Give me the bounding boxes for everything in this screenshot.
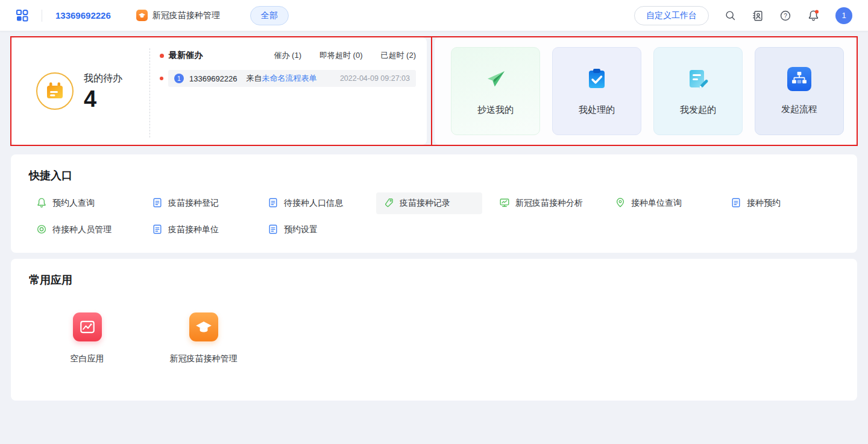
current-app-name: 新冠疫苗接种管理: [153, 10, 220, 21]
target-icon: [36, 224, 47, 236]
customize-workbench-button[interactable]: 自定义工作台: [634, 6, 709, 25]
reminder-source-link[interactable]: 未命名流程表单: [262, 74, 317, 83]
user-avatar[interactable]: 1: [835, 7, 852, 24]
workbench-content: 我的待办 4 最新催办 催办 (1) 即将超时 (0) 已超时 (2): [0, 31, 868, 401]
quick-item-covid-vaccination-analysis[interactable]: 新冠疫苗接种分析: [492, 192, 598, 214]
document-edit-icon: [685, 66, 711, 94]
clipboard-check-icon: [584, 66, 609, 94]
quick-item-vaccination-unit[interactable]: 疫苗接种单位: [145, 219, 251, 241]
app-covid-vaccine-management[interactable]: 新冠疫苗接种管理: [145, 312, 262, 364]
latest-reminders-panel: 最新催办 催办 (1) 即将超时 (0) 已超时 (2) 1 133696922…: [150, 37, 427, 145]
tab-timed-out[interactable]: 已超时 (2): [381, 50, 417, 61]
todo-overview-section: 我的待办 4 最新催办 催办 (1) 即将超时 (0) 已超时 (2): [11, 37, 857, 145]
current-app-chip[interactable]: 新冠疫苗接种管理: [136, 10, 220, 21]
quick-item-vaccination-appointment[interactable]: 接种预约: [723, 192, 829, 214]
count-badge: 1: [174, 74, 184, 83]
quick-entry-grid: 预约人查询 疫苗接种登记 待接种人口信息 疫苗接种记录 新冠疫苗接种分析 接种单: [29, 192, 839, 241]
document-icon: [152, 224, 163, 236]
top-nav: 13369692226 新冠疫苗接种管理 全部 自定义工作台: [0, 0, 868, 31]
quick-item-label: 接种预约: [747, 198, 781, 209]
calendar-todo-icon: [36, 72, 74, 110]
app-logo-icon: [136, 10, 148, 21]
tile-start-process[interactable]: 发起流程: [755, 47, 844, 135]
todo-title: 我的待办: [84, 72, 122, 85]
todo-meta: 我的待办 4: [84, 72, 122, 110]
reminder-name: 13369692226: [189, 74, 237, 83]
document-icon: [268, 224, 278, 236]
tag-icon: [383, 197, 394, 210]
monitor-chart-icon: [499, 197, 510, 210]
quick-item-label: 接种单位查询: [631, 198, 682, 209]
tile-handled-by-me[interactable]: 我处理的: [552, 47, 641, 135]
scope-all-pill[interactable]: 全部: [250, 6, 289, 25]
quick-entry-section: 快捷入口 预约人查询 疫苗接种登记 待接种人口信息 疫苗接种记录 新冠疫苗接种分…: [11, 154, 857, 253]
common-apps-section: 常用应用 空白应用 新冠疫: [11, 259, 857, 401]
quick-item-label: 疫苗接种单位: [168, 224, 219, 235]
nav-right-group: 自定义工作台 ?: [634, 6, 852, 25]
quick-item-label: 疫苗接种登记: [168, 198, 219, 209]
quick-item-to-vaccinate-personnel-management[interactable]: 待接种人员管理: [29, 219, 135, 241]
nav-left-group: 13369692226 新冠疫苗接种管理 全部: [16, 6, 289, 25]
quick-item-label: 待接种人口信息: [284, 198, 343, 209]
reminders-tabs: 催办 (1) 即将超时 (0) 已超时 (2): [274, 50, 417, 61]
task-tiles-card: 抄送我的 我处理的: [435, 37, 857, 145]
common-apps-row: 空白应用 新冠疫苗接种管理: [29, 312, 839, 364]
tile-label: 抄送我的: [477, 104, 514, 116]
bell-icon: [36, 197, 47, 210]
image-app-icon: [73, 312, 102, 341]
workbench-grid-icon[interactable]: [16, 9, 28, 22]
location-pin-icon: [615, 197, 626, 210]
annotation-divider-line: [431, 36, 432, 146]
quick-item-vaccination-registration[interactable]: 疫苗接种登记: [145, 192, 251, 214]
quick-item-vaccination-site-query[interactable]: 接种单位查询: [608, 192, 714, 214]
workspace-id-link[interactable]: 13369692226: [55, 10, 111, 21]
tile-label: 我发起的: [680, 104, 716, 116]
app-blank[interactable]: 空白应用: [29, 312, 145, 364]
red-dot-icon: [160, 77, 163, 80]
quick-item-appointment-settings[interactable]: 预约设置: [260, 219, 366, 241]
my-todo-card: 我的待办 4 最新催办 催办 (1) 即将超时 (0) 已超时 (2): [11, 37, 427, 145]
tile-label: 我处理的: [579, 104, 615, 116]
app-label: 空白应用: [71, 354, 104, 364]
tile-cc-to-me[interactable]: 抄送我的: [451, 47, 540, 135]
red-dot-icon: [160, 54, 164, 58]
reminder-list-item[interactable]: 1 13369692226 来自未命名流程表单 2022-04-09 09:27…: [168, 70, 416, 87]
document-icon: [268, 197, 278, 210]
document-icon: [731, 197, 741, 210]
common-apps-title: 常用应用: [29, 273, 839, 287]
graduation-cap-app-icon: [189, 312, 218, 341]
quick-item-appointment-person-query[interactable]: 预约人查询: [29, 192, 135, 214]
quick-item-vaccination-records[interactable]: 疫苗接种记录: [376, 192, 482, 214]
quick-item-label: 待接种人员管理: [52, 224, 112, 235]
quick-item-label: 预约人查询: [52, 198, 95, 209]
tab-urge[interactable]: 催办 (1): [274, 50, 302, 61]
notifications-bell-icon[interactable]: [807, 9, 820, 22]
todo-count: 4: [84, 87, 122, 110]
todo-summary[interactable]: 我的待办 4: [11, 37, 149, 145]
reminder-source: 来自未命名流程表单: [247, 73, 317, 84]
tile-initiated-by-me[interactable]: 我发起的: [653, 47, 743, 135]
app-label: 新冠疫苗接种管理: [170, 354, 237, 364]
quick-item-label: 疫苗接种记录: [400, 198, 450, 209]
reminder-source-prefix: 来自: [247, 74, 262, 83]
svg-text:?: ?: [784, 12, 787, 19]
search-icon[interactable]: [725, 10, 736, 21]
reminders-title: 最新催办: [169, 50, 203, 61]
quick-item-label: 新冠疫苗接种分析: [515, 198, 583, 209]
tab-about-to-timeout[interactable]: 即将超时 (0): [319, 50, 363, 61]
quick-item-label: 预约设置: [284, 224, 318, 235]
nav-divider: [42, 10, 42, 22]
flowchart-icon: [787, 67, 811, 94]
document-icon: [152, 197, 163, 210]
help-icon[interactable]: ?: [779, 10, 791, 22]
reminder-timestamp: 2022-04-09 09:27:03: [340, 74, 410, 83]
contacts-icon[interactable]: [752, 10, 764, 22]
quick-entry-title: 快捷入口: [29, 168, 839, 183]
tile-label: 发起流程: [781, 104, 817, 115]
reminders-header: 最新催办 催办 (1) 即将超时 (0) 已超时 (2): [160, 50, 416, 61]
quick-item-to-vaccinate-population-info[interactable]: 待接种人口信息: [260, 192, 366, 214]
reminder-item-wrap: 1 13369692226 来自未命名流程表单 2022-04-09 09:27…: [160, 70, 416, 87]
paper-plane-icon: [483, 66, 508, 94]
